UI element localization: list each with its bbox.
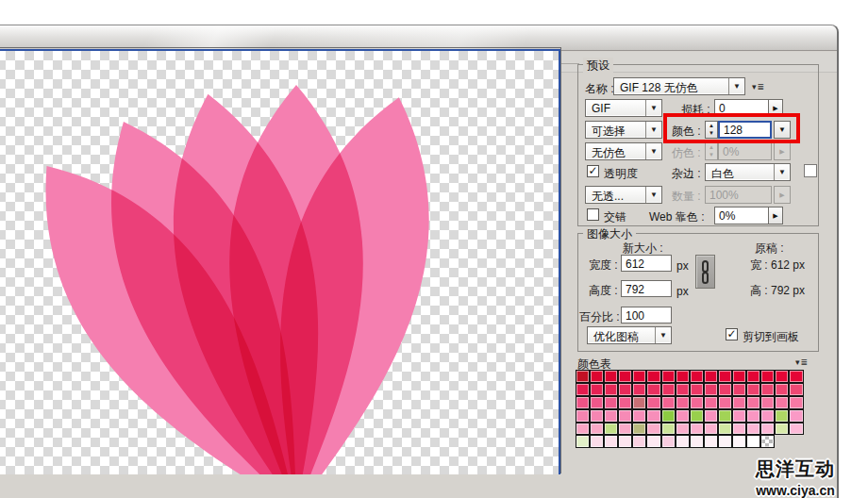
color-swatch[interactable] [632, 383, 646, 396]
color-swatch[interactable] [690, 423, 704, 436]
color-swatch[interactable] [732, 423, 746, 436]
color-swatch[interactable] [732, 370, 746, 383]
color-table-menu-icon[interactable]: ▾≣ [795, 357, 809, 367]
color-swatch[interactable] [576, 383, 590, 396]
color-swatch[interactable] [676, 409, 690, 423]
transparency-checkbox[interactable]: ✓ [587, 165, 599, 177]
color-swatch[interactable] [775, 383, 789, 396]
color-swatch[interactable] [646, 370, 660, 383]
color-swatch[interactable] [718, 409, 732, 423]
color-swatch[interactable] [661, 435, 676, 448]
color-swatch[interactable] [604, 423, 618, 436]
color-swatch[interactable] [775, 370, 789, 383]
lossy-slider-button[interactable]: ▶ [768, 99, 783, 117]
chevron-down-icon[interactable]: ▼ [655, 327, 671, 343]
color-swatch[interactable] [746, 423, 760, 436]
color-swatch[interactable] [618, 396, 632, 409]
dither-method-dropdown[interactable]: 无仿色 ▼ [585, 142, 662, 160]
color-swatch[interactable] [590, 370, 604, 383]
constrain-proportions-button[interactable] [695, 255, 715, 289]
color-swatch[interactable] [604, 409, 618, 423]
chevron-down-icon[interactable]: ▼ [728, 78, 744, 94]
preset-menu-icon[interactable]: ▾≣ [752, 82, 765, 91]
chevron-down-icon[interactable]: ▼ [645, 143, 661, 159]
interlaced-checkbox[interactable] [587, 208, 599, 221]
color-swatch[interactable] [760, 423, 775, 436]
spinner-down-icon[interactable]: ▼ [706, 129, 717, 138]
color-swatch[interactable] [760, 383, 775, 396]
colors-field[interactable]: 128 [718, 121, 772, 139]
color-swatch[interactable] [676, 383, 690, 396]
color-swatch[interactable] [676, 370, 690, 383]
color-swatch[interactable] [661, 383, 676, 396]
color-swatch[interactable] [661, 423, 676, 436]
color-swatch[interactable] [732, 409, 746, 423]
color-swatch[interactable] [760, 370, 775, 383]
color-swatch[interactable] [632, 396, 646, 409]
color-swatch[interactable] [618, 383, 632, 396]
color-swatch[interactable] [746, 435, 760, 448]
color-swatch[interactable] [718, 435, 732, 448]
color-swatch[interactable] [775, 396, 789, 409]
color-swatch[interactable] [789, 409, 803, 423]
color-swatch[interactable] [646, 396, 660, 409]
color-swatch[interactable] [704, 409, 718, 423]
color-swatch[interactable] [746, 409, 760, 423]
chevron-down-icon[interactable]: ▼ [645, 100, 661, 116]
color-swatch[interactable] [690, 435, 704, 448]
color-swatch[interactable] [718, 383, 732, 396]
color-swatch[interactable] [661, 370, 676, 383]
color-swatch[interactable] [590, 409, 604, 423]
color-swatch[interactable] [704, 423, 718, 436]
optimize-artwork-dropdown[interactable]: 优化图稿 ▼ [587, 326, 672, 344]
chevron-down-icon[interactable]: ▼ [645, 122, 661, 138]
preset-name-dropdown[interactable]: GIF 128 无仿色 ▼ [613, 77, 745, 95]
color-swatch[interactable] [618, 423, 632, 436]
color-swatch[interactable] [789, 370, 803, 383]
color-swatch[interactable] [576, 370, 590, 383]
color-swatch[interactable] [775, 409, 789, 423]
color-swatch[interactable] [632, 435, 646, 448]
color-swatch[interactable] [604, 435, 618, 448]
color-swatch[interactable] [732, 383, 746, 396]
color-swatch[interactable] [746, 396, 760, 409]
color-swatch[interactable] [590, 383, 604, 396]
color-swatch[interactable] [661, 396, 676, 409]
color-swatch[interactable] [576, 435, 590, 448]
color-swatch[interactable] [676, 396, 690, 409]
format-dropdown[interactable]: GIF ▼ [585, 99, 662, 117]
color-swatch[interactable] [646, 423, 660, 436]
color-swatch[interactable] [632, 409, 646, 423]
color-swatch[interactable] [704, 370, 718, 383]
color-swatch[interactable] [718, 423, 732, 436]
color-swatch[interactable] [676, 423, 690, 436]
color-swatch[interactable] [718, 396, 732, 409]
color-swatch[interactable] [676, 435, 690, 448]
color-swatch[interactable] [789, 396, 803, 409]
chevron-down-icon[interactable]: ▼ [645, 187, 661, 203]
color-swatch[interactable] [632, 423, 646, 436]
color-swatch[interactable] [704, 396, 718, 409]
matte-color-swatch[interactable] [804, 164, 817, 177]
color-swatch[interactable] [789, 383, 803, 396]
color-swatch[interactable] [576, 396, 590, 409]
clip-to-artboard-checkbox[interactable]: ✓ [726, 328, 738, 340]
color-swatch[interactable] [732, 435, 746, 448]
color-swatch[interactable] [646, 409, 660, 423]
web-snap-slider-button[interactable]: ▶ [768, 207, 783, 224]
color-swatch[interactable] [746, 383, 760, 396]
percent-field[interactable]: 100 [621, 307, 672, 324]
color-reduction-dropdown[interactable]: 可选择 ▼ [585, 121, 662, 139]
transparency-dither-dropdown[interactable]: 无透... ▼ [585, 186, 662, 204]
width-field[interactable]: 612 [621, 255, 672, 272]
color-swatch[interactable] [746, 370, 760, 383]
color-swatch[interactable] [732, 396, 746, 409]
lossy-field[interactable]: 0 [714, 99, 769, 117]
color-swatch[interactable] [604, 383, 618, 396]
color-swatch[interactable] [646, 383, 660, 396]
color-swatch[interactable] [690, 409, 704, 423]
color-swatch[interactable] [590, 396, 604, 409]
color-swatch[interactable] [775, 423, 789, 436]
web-snap-field[interactable]: 0% [714, 207, 769, 224]
color-swatch[interactable] [704, 383, 718, 396]
